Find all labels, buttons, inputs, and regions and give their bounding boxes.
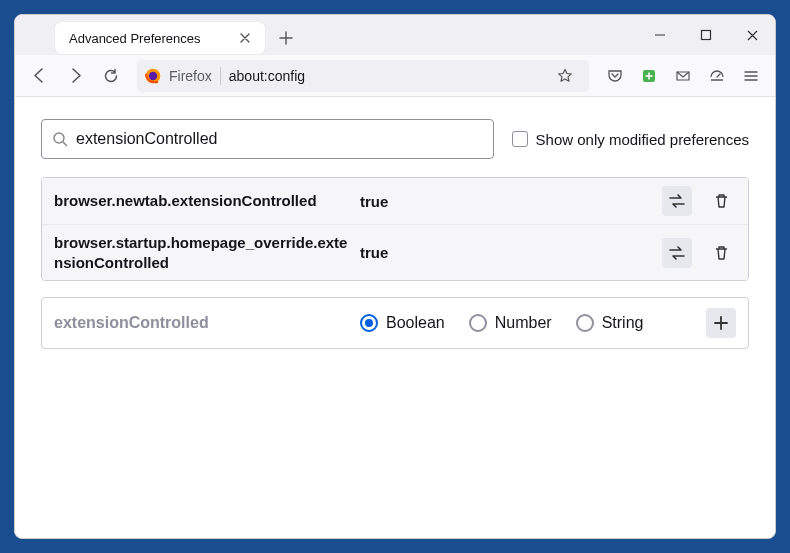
about-config-content: Show only modified preferences browser.n… xyxy=(15,97,775,538)
close-window-button[interactable] xyxy=(729,15,775,55)
browser-tab[interactable]: Advanced Preferences xyxy=(55,22,265,54)
radio-label: String xyxy=(602,314,644,332)
add-pref-button[interactable] xyxy=(706,308,736,338)
dashboard-icon[interactable] xyxy=(701,60,733,92)
pref-value: true xyxy=(360,244,662,261)
pref-name: browser.newtab.extensionControlled xyxy=(54,191,360,211)
firefox-logo-icon xyxy=(145,68,161,84)
window-controls xyxy=(637,15,775,55)
pref-row[interactable]: browser.newtab.extensionControlled true xyxy=(42,178,748,225)
forward-button[interactable] xyxy=(59,60,91,92)
maximize-button[interactable] xyxy=(683,15,729,55)
show-modified-checkbox[interactable]: Show only modified preferences xyxy=(512,131,749,148)
url-separator xyxy=(220,67,221,85)
type-radio-group: Boolean Number String xyxy=(360,314,706,332)
close-tab-icon[interactable] xyxy=(235,28,255,48)
pref-table: browser.newtab.extensionControlled true … xyxy=(41,177,749,281)
mail-icon[interactable] xyxy=(667,60,699,92)
url-host: Firefox xyxy=(169,68,212,84)
svg-point-2 xyxy=(149,71,157,79)
browser-window: Advanced Preferences xyxy=(14,14,776,539)
pocket-icon[interactable] xyxy=(599,60,631,92)
svg-rect-0 xyxy=(702,31,711,40)
search-icon xyxy=(52,131,68,147)
pref-value: true xyxy=(360,193,662,210)
radio-number[interactable]: Number xyxy=(469,314,552,332)
toggle-button[interactable] xyxy=(662,186,692,216)
radio-icon[interactable] xyxy=(360,314,378,332)
url-path: about:config xyxy=(229,68,541,84)
radio-boolean[interactable]: Boolean xyxy=(360,314,445,332)
back-button[interactable] xyxy=(23,60,55,92)
extension-icon[interactable] xyxy=(633,60,665,92)
hamburger-menu-icon[interactable] xyxy=(735,60,767,92)
radio-string[interactable]: String xyxy=(576,314,644,332)
reload-button[interactable] xyxy=(95,60,127,92)
delete-button[interactable] xyxy=(706,186,736,216)
toolbar-extensions xyxy=(599,60,767,92)
titlebar: Advanced Preferences xyxy=(15,15,775,55)
delete-button[interactable] xyxy=(706,238,736,268)
new-pref-name: extensionControlled xyxy=(54,314,360,332)
toggle-button[interactable] xyxy=(662,238,692,268)
tab-title: Advanced Preferences xyxy=(69,31,235,46)
pref-name: browser.startup.homepage_override.extens… xyxy=(54,233,360,272)
url-bar[interactable]: Firefox about:config xyxy=(137,60,589,92)
radio-label: Number xyxy=(495,314,552,332)
new-tab-button[interactable] xyxy=(271,23,301,53)
minimize-button[interactable] xyxy=(637,15,683,55)
pref-search-box[interactable] xyxy=(41,119,494,159)
checkbox-icon[interactable] xyxy=(512,131,528,147)
new-pref-row: extensionControlled Boolean Number Strin… xyxy=(41,297,749,349)
bookmark-star-icon[interactable] xyxy=(549,60,581,92)
radio-icon[interactable] xyxy=(576,314,594,332)
radio-icon[interactable] xyxy=(469,314,487,332)
pref-row[interactable]: browser.startup.homepage_override.extens… xyxy=(42,225,748,280)
radio-label: Boolean xyxy=(386,314,445,332)
nav-toolbar: Firefox about:config xyxy=(15,55,775,97)
show-modified-label: Show only modified preferences xyxy=(536,131,749,148)
pref-search-input[interactable] xyxy=(76,130,483,148)
search-row: Show only modified preferences xyxy=(41,119,749,159)
